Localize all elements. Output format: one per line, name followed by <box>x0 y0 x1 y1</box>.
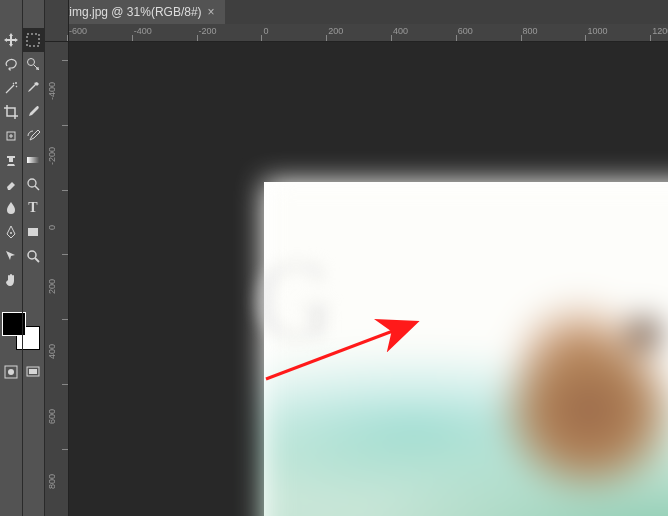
vruler-label: 0 <box>47 190 67 230</box>
path-select-icon[interactable] <box>0 244 22 268</box>
vruler-label: 400 <box>47 319 67 359</box>
ruler-corner <box>45 24 69 42</box>
pen-icon[interactable] <box>0 220 22 244</box>
watermark-text: G <box>254 237 333 364</box>
hruler-label: 1200 <box>652 26 668 36</box>
vruler-label: -400 <box>47 60 67 100</box>
zoom-icon[interactable] <box>22 244 44 268</box>
healing-brush-icon[interactable] <box>0 124 22 148</box>
tool-palette: T <box>0 0 45 516</box>
svg-point-6 <box>10 232 12 234</box>
canvas-stage[interactable]: G <box>69 42 668 516</box>
rectangle-icon[interactable] <box>22 220 44 244</box>
hruler-label: -400 <box>134 26 152 36</box>
svg-rect-4 <box>27 157 39 163</box>
hruler-label: 200 <box>328 26 343 36</box>
quick-mask-icon[interactable] <box>0 360 22 384</box>
document-tab-label: timg.jpg @ 31%(RGB/8#) <box>66 5 202 19</box>
history-brush-icon[interactable] <box>22 124 44 148</box>
vruler-label: -200 <box>47 125 67 165</box>
svg-point-8 <box>28 251 36 259</box>
foreground-color-swatch[interactable] <box>2 312 26 336</box>
screen-mode-icon[interactable] <box>22 360 44 384</box>
svg-point-10 <box>8 369 14 375</box>
gradient-icon[interactable] <box>22 148 44 172</box>
type-icon[interactable]: T <box>22 196 44 220</box>
horizontal-ruler: -600-400-200020040060080010001200 <box>69 24 668 42</box>
close-icon[interactable]: × <box>208 5 215 19</box>
lasso-icon[interactable] <box>0 52 22 76</box>
hruler-label: 400 <box>393 26 408 36</box>
quick-select-icon[interactable] <box>22 52 44 76</box>
hruler-label: 800 <box>523 26 538 36</box>
hruler-label: -600 <box>69 26 87 36</box>
document-tab-bar: timg.jpg @ 31%(RGB/8#) × <box>56 0 668 24</box>
svg-point-5 <box>28 179 36 187</box>
hruler-label: 0 <box>263 26 268 36</box>
svg-rect-7 <box>28 228 38 236</box>
document-canvas[interactable]: G <box>264 182 668 516</box>
vruler-label: 200 <box>47 254 67 294</box>
vertical-ruler: -400-2000200400600800 <box>45 50 68 516</box>
vertical-ruler-column: -400-2000200400600800 <box>45 0 69 516</box>
marquee-icon[interactable] <box>22 28 44 52</box>
hand-icon[interactable] <box>0 268 22 292</box>
dodge-icon[interactable] <box>22 172 44 196</box>
color-swatches[interactable] <box>2 312 40 350</box>
vruler-label: 800 <box>47 449 67 489</box>
svg-point-2 <box>15 82 17 84</box>
eyedropper-icon[interactable] <box>22 76 44 100</box>
hruler-label: 1000 <box>587 26 607 36</box>
hruler-label: -200 <box>199 26 217 36</box>
svg-rect-0 <box>27 34 39 46</box>
hruler-label: 600 <box>458 26 473 36</box>
vruler-label: 600 <box>47 384 67 424</box>
eraser-icon[interactable] <box>0 172 22 196</box>
document-tab[interactable]: timg.jpg @ 31%(RGB/8#) × <box>56 0 225 24</box>
move-icon[interactable] <box>0 28 22 52</box>
magic-wand-icon[interactable] <box>0 76 22 100</box>
brush-icon[interactable] <box>22 100 44 124</box>
crop-icon[interactable] <box>0 100 22 124</box>
blur-icon[interactable] <box>0 196 22 220</box>
clone-stamp-icon[interactable] <box>0 148 22 172</box>
svg-rect-12 <box>29 369 37 374</box>
svg-point-1 <box>28 59 35 66</box>
